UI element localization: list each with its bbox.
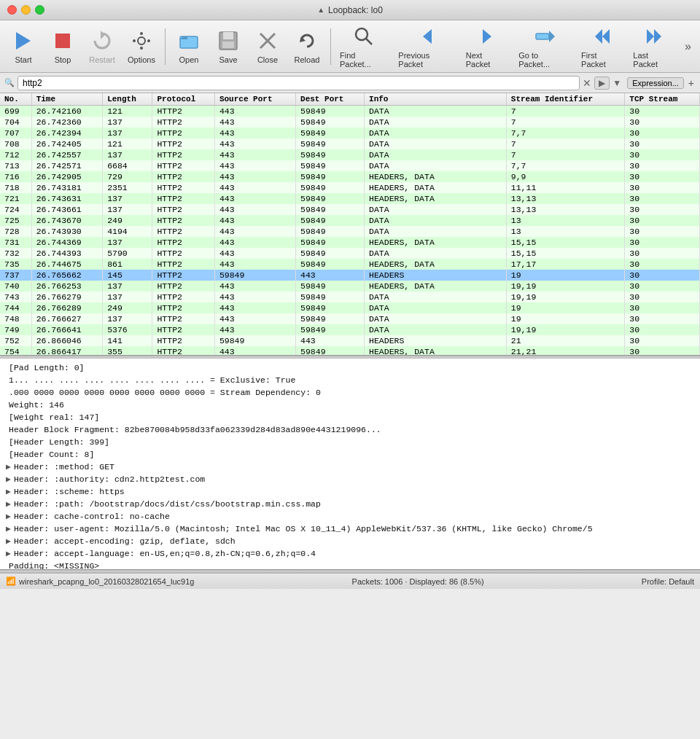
table-row[interactable]: 73226.7443935790HTTP244359849DATA15,1530: [0, 248, 700, 259]
col-length[interactable]: Length: [103, 93, 152, 106]
table-row[interactable]: 73126.744369137HTTP244359849HEADERS, DAT…: [0, 237, 700, 248]
filter-dropdown-button[interactable]: ▼: [612, 78, 621, 88]
filter-clear-button[interactable]: ✕: [583, 77, 591, 89]
table-row[interactable]: 74326.766279137HTTP244359849DATA19,1930: [0, 292, 700, 302]
next-packet-button[interactable]: Next Packet: [462, 22, 513, 71]
table-row[interactable]: 72826.7439304194HTTP244359849DATA1330: [0, 226, 700, 237]
col-dstport[interactable]: Dest Port: [296, 93, 365, 106]
table-row[interactable]: 74026.766253137HTTP244359849HEADERS, DAT…: [0, 281, 700, 292]
first-packet-button[interactable]: First Packet: [577, 22, 627, 71]
open-button[interactable]: Open: [170, 26, 208, 67]
col-no[interactable]: No.: [0, 93, 31, 106]
table-row[interactable]: 70726.742394137HTTP244359849DATA7,730: [0, 128, 700, 138]
close-button[interactable]: Close: [249, 26, 287, 67]
table-row[interactable]: 72526.743670249HTTP244359849DATA1330: [0, 215, 700, 226]
restart-button[interactable]: Restart: [83, 26, 121, 67]
col-stream[interactable]: Stream Identifier: [506, 93, 625, 106]
col-time[interactable]: Time: [31, 93, 103, 106]
last-packet-button[interactable]: Last Packet: [629, 22, 679, 71]
table-cell: HTTP2: [152, 215, 214, 226]
table-row[interactable]: 71226.742557137HTTP244359849DATA730: [0, 149, 700, 160]
save-button[interactable]: Save: [209, 26, 247, 67]
goto-packet-button[interactable]: Go to Packet...: [514, 22, 575, 71]
filter-input[interactable]: [18, 76, 580, 90]
maximize-window-button[interactable]: [35, 5, 44, 15]
table-cell: HTTP2: [152, 128, 214, 138]
detail-line[interactable]: ▶Header: accept-language: en-US,en;q=0.8…: [6, 547, 694, 560]
table-row[interactable]: 73726.765662145HTTP259849443HEADERS1930: [0, 270, 700, 281]
start-icon: [12, 29, 35, 52]
table-row[interactable]: 71826.7431812351HTTP244359849HEADERS, DA…: [0, 182, 700, 193]
detail-line[interactable]: ▶Header: :path: /bootstrap/docs/dist/css…: [6, 498, 694, 510]
toolbar-more-button[interactable]: »: [680, 40, 696, 53]
table-row[interactable]: 73526.744675861HTTP244359849HEADERS, DAT…: [0, 259, 700, 270]
reload-button[interactable]: Reload: [288, 26, 326, 67]
col-tcp[interactable]: TCP Stream: [625, 93, 700, 106]
table-row[interactable]: 71326.7425716684HTTP244359849DATA7,730: [0, 160, 700, 171]
table-cell: 249: [103, 302, 152, 313]
table-row[interactable]: 74926.7666415376HTTP244359849DATA19,1930: [0, 324, 700, 335]
table-cell: 6684: [103, 160, 152, 171]
detail-line: Header Block Fragment: 82be870084b958d33…: [6, 423, 694, 436]
table-cell: 26.766289: [31, 302, 103, 313]
table-cell: 30: [625, 270, 700, 281]
detail-line: [Pad Length: 0]: [6, 361, 694, 374]
find-packet-button[interactable]: Find Packet...: [335, 22, 392, 71]
close-window-button[interactable]: [7, 5, 17, 15]
col-protocol[interactable]: Protocol: [152, 93, 214, 106]
col-info[interactable]: Info: [365, 93, 507, 106]
table-cell: 443: [214, 281, 295, 292]
status-bar: 📶 wireshark_pcapng_lo0_20160328021654_lu…: [0, 573, 700, 589]
previous-packet-button[interactable]: Previous Packet: [394, 22, 459, 71]
table-row[interactable]: 72426.743661137HTTP244359849DATA13,1330: [0, 204, 700, 215]
table-cell: HTTP2: [152, 138, 214, 149]
detail-line[interactable]: ▶Header: :method: GET: [6, 461, 694, 473]
table-cell: 30: [625, 204, 700, 215]
table-cell: DATA: [365, 128, 507, 138]
start-button[interactable]: Start: [4, 26, 42, 67]
table-cell: 19,19: [506, 281, 625, 292]
table-row[interactable]: 75226.866046141HTTP259849443HEADERS2130: [0, 335, 700, 346]
svg-marker-21: [602, 29, 610, 44]
table-cell: 743: [0, 292, 31, 302]
detail-line[interactable]: ▶Header: user-agent: Mozilla/5.0 (Macint…: [6, 523, 694, 535]
table-cell: 30: [625, 335, 700, 346]
table-cell: 5376: [103, 324, 152, 335]
table-cell: 30: [625, 302, 700, 313]
add-expression-button[interactable]: +: [687, 77, 696, 89]
table-cell: 737: [0, 270, 31, 281]
table-cell: 59849: [296, 324, 365, 335]
svg-rect-19: [536, 34, 549, 39]
table-row[interactable]: 72126.743631137HTTP244359849HEADERS, DAT…: [0, 193, 700, 204]
expression-button[interactable]: Expression...: [627, 77, 684, 89]
svg-marker-2: [101, 31, 105, 39]
table-cell: 443: [214, 138, 295, 149]
col-srcport[interactable]: Source Port: [214, 93, 295, 106]
table-row[interactable]: 70426.742360137HTTP244359849DATA730: [0, 117, 700, 128]
detail-line[interactable]: ▶Header: :scheme: https: [6, 485, 694, 498]
table-cell: 137: [103, 193, 152, 204]
detail-line[interactable]: ▶Header: :authority: cdn2.http2test.com: [6, 473, 694, 485]
table-cell: HTTP2: [152, 182, 214, 193]
table-cell: 732: [0, 248, 31, 259]
table-row[interactable]: 70826.742405121HTTP244359849DATA730: [0, 138, 700, 149]
table-cell: 19: [506, 313, 625, 324]
table-cell: 30: [625, 292, 700, 302]
filter-apply-button[interactable]: ▶: [594, 77, 610, 90]
table-row[interactable]: 75426.866417355HTTP244359849HEADERS, DAT…: [0, 346, 700, 356]
expand-arrow-icon: ▶: [6, 474, 11, 484]
options-button[interactable]: Options: [122, 26, 160, 67]
detail-panel: [Pad Length: 0]1... .... .... .... .... …: [0, 359, 700, 570]
table-row[interactable]: 69926.742160121HTTP244359849DATA730: [0, 106, 700, 117]
detail-line[interactable]: ▶Header: accept-encoding: gzip, deflate,…: [6, 535, 694, 547]
status-stats: Packets: 1006 · Displayed: 86 (8.5%): [200, 577, 635, 586]
table-row[interactable]: 74426.766289249HTTP244359849DATA1930: [0, 302, 700, 313]
minimize-window-button[interactable]: [21, 5, 31, 15]
table-row[interactable]: 74826.766627137HTTP244359849DATA1930: [0, 313, 700, 324]
table-cell: 59849: [214, 335, 295, 346]
detail-line[interactable]: ▶Header: cache-control: no-cache: [6, 510, 694, 523]
stop-button[interactable]: Stop: [44, 26, 82, 67]
table-cell: 443: [214, 149, 295, 160]
svg-marker-23: [647, 29, 654, 44]
table-row[interactable]: 71626.742905729HTTP244359849HEADERS, DAT…: [0, 171, 700, 182]
